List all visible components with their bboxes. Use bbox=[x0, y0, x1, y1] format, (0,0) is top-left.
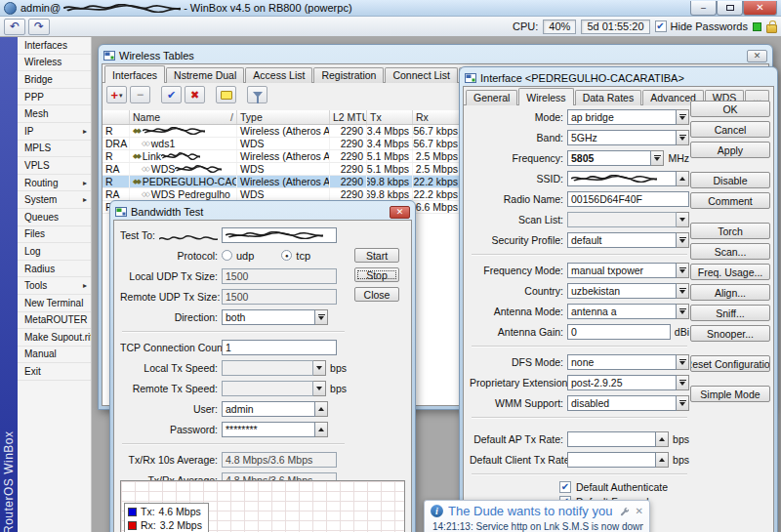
sidebar-item-interfaces[interactable]: Interfaces bbox=[18, 37, 91, 55]
band-select[interactable]: 5GHz bbox=[567, 130, 677, 145]
default-authenticate-checkbox[interactable]: ✔ Default Authenticate bbox=[466, 479, 693, 494]
country-select[interactable]: uzbekistan bbox=[567, 283, 677, 299]
tab-registration[interactable]: Registration bbox=[313, 67, 384, 83]
tab-data-rates[interactable]: Data Rates bbox=[575, 90, 642, 105]
default-authenticate-box[interactable]: ✔ bbox=[559, 481, 571, 493]
tcp-connection-count-input[interactable]: 1 bbox=[222, 340, 337, 355]
protocol-udp-radio[interactable] bbox=[222, 250, 232, 261]
bandwidth-test-close-button[interactable]: ✕ bbox=[390, 206, 410, 219]
default-client-tx-rate-up-arrow[interactable] bbox=[656, 452, 669, 468]
remove-button[interactable]: − bbox=[130, 86, 150, 103]
simple-mode-button[interactable]: Simple Mode bbox=[690, 386, 770, 402]
tab-interfaces[interactable]: Interfaces bbox=[104, 65, 165, 83]
comment-button[interactable]: Comment bbox=[690, 192, 770, 209]
sidebar-item-make-supout[interactable]: Make Supout.rif bbox=[18, 329, 91, 347]
remote-udp-tx-size-input[interactable]: 1500 bbox=[222, 289, 337, 305]
column-rx[interactable]: Rx bbox=[413, 110, 462, 124]
ssid-up-arrow[interactable] bbox=[677, 171, 689, 186]
antenna-mode-combo-arrow[interactable] bbox=[677, 304, 689, 319]
column-flags[interactable] bbox=[103, 110, 130, 124]
password-up-arrow[interactable] bbox=[315, 422, 328, 437]
notification-close-icon[interactable]: ✕ bbox=[636, 506, 643, 516]
torch-button[interactable]: Torch bbox=[690, 223, 770, 239]
cancel-button[interactable]: Cancel bbox=[690, 121, 770, 138]
sidebar-item-ppp[interactable]: PPP bbox=[18, 89, 91, 106]
snooper-button[interactable]: Snooper... bbox=[690, 325, 770, 342]
radio-name-input[interactable]: 00156D64F40F bbox=[567, 191, 689, 207]
add-button[interactable]: +▾ bbox=[106, 86, 127, 103]
band-combo-arrow[interactable] bbox=[677, 130, 689, 145]
remote-tx-speed-drop-arrow[interactable] bbox=[313, 381, 326, 396]
tab-wireless[interactable]: Wireless bbox=[518, 88, 573, 105]
default-ap-tx-rate-up-arrow[interactable] bbox=[656, 431, 669, 447]
scan-list-input[interactable] bbox=[567, 212, 677, 227]
dfs-mode-select[interactable]: none bbox=[567, 354, 677, 370]
sidebar-item-mpls[interactable]: MPLS bbox=[18, 141, 91, 158]
proprietary-extensions-select[interactable]: post-2.9.25 bbox=[567, 375, 677, 390]
reset-configuration-button[interactable]: Reset Configuration bbox=[690, 355, 770, 372]
frequency-input[interactable]: 5805 bbox=[567, 150, 651, 166]
ssid-input[interactable] bbox=[567, 171, 677, 186]
interface-window-titlebar[interactable]: Interface <PEDREGULHO-CACARATIBA> bbox=[463, 70, 774, 86]
undo-button[interactable]: ↶ bbox=[4, 19, 25, 35]
direction-combo-arrow[interactable] bbox=[315, 309, 328, 325]
mode-combo-arrow[interactable] bbox=[677, 109, 689, 125]
sidebar-item-bridge[interactable]: Bridge bbox=[18, 71, 91, 89]
hide-passwords-checkbox-box[interactable]: ✔ bbox=[655, 20, 667, 32]
frequency-combo-arrow[interactable] bbox=[651, 150, 664, 166]
scan-button[interactable]: Scan... bbox=[690, 243, 770, 260]
security-profile-select[interactable]: default bbox=[567, 232, 677, 248]
security-profile-combo-arrow[interactable] bbox=[677, 232, 689, 248]
hide-passwords-checkbox[interactable]: ✔ Hide Passwords bbox=[655, 20, 748, 32]
disable-button[interactable]: ✖ bbox=[185, 86, 205, 103]
sniff-button[interactable]: Sniff... bbox=[690, 305, 770, 321]
sidebar-item-tools[interactable]: Tools▸ bbox=[18, 277, 91, 295]
dfs-mode-combo-arrow[interactable] bbox=[677, 354, 689, 370]
user-input[interactable]: admin bbox=[222, 401, 315, 417]
sidebar-item-queues[interactable]: Queues bbox=[18, 209, 91, 226]
antenna-mode-select[interactable]: antenna a bbox=[567, 304, 677, 319]
sidebar-item-files[interactable]: Files bbox=[18, 226, 91, 244]
sidebar-item-wireless[interactable]: Wireless bbox=[18, 55, 91, 72]
minimize-button[interactable]: – bbox=[690, 1, 717, 16]
local-tx-speed-input[interactable] bbox=[222, 360, 313, 376]
protocol-tcp-radio[interactable]: ● bbox=[281, 250, 292, 261]
remote-tx-speed-input[interactable] bbox=[222, 381, 313, 396]
tab-access-list[interactable]: Access List bbox=[245, 67, 312, 83]
country-combo-arrow[interactable] bbox=[677, 283, 689, 299]
redo-button[interactable]: ↷ bbox=[28, 19, 50, 35]
test-to-input[interactable] bbox=[222, 227, 337, 243]
stop-button[interactable]: Stop bbox=[354, 267, 399, 282]
antenna-gain-input[interactable]: 0 bbox=[567, 324, 671, 340]
maximize-button[interactable] bbox=[717, 1, 743, 16]
local-tx-speed-drop-arrow[interactable] bbox=[313, 360, 326, 376]
bandwidth-test-titlebar[interactable]: Bandwidth Test ✕ bbox=[113, 204, 412, 220]
wrench-icon[interactable] bbox=[620, 507, 630, 516]
sidebar-item-new-terminal[interactable]: New Terminal bbox=[18, 295, 91, 312]
tab-connect-list[interactable]: Connect List bbox=[385, 67, 457, 83]
close-button[interactable]: ✕ bbox=[743, 1, 777, 16]
ok-button[interactable]: OK bbox=[690, 101, 770, 117]
frequency-mode-select[interactable]: manual txpower bbox=[567, 263, 677, 278]
disable-button[interactable]: Disable bbox=[690, 172, 770, 188]
freq-usage-button[interactable]: Freq. Usage... bbox=[690, 264, 770, 280]
column-type[interactable]: Type bbox=[237, 110, 330, 124]
filter-button[interactable] bbox=[247, 86, 267, 103]
close-button[interactable]: Close bbox=[354, 287, 399, 302]
default-ap-tx-rate-input[interactable] bbox=[567, 431, 656, 447]
apply-button[interactable]: Apply bbox=[690, 142, 770, 158]
mode-select[interactable]: ap bridge bbox=[567, 109, 677, 125]
comment-button[interactable] bbox=[216, 86, 236, 103]
sidebar-item-routing[interactable]: Routing▸ bbox=[18, 175, 91, 192]
proprietary-extensions-combo-arrow[interactable] bbox=[677, 375, 689, 390]
column-tx[interactable]: Tx bbox=[367, 110, 413, 124]
column-l2mtu[interactable]: L2 MTU bbox=[330, 110, 367, 124]
wmm-support-combo-arrow[interactable] bbox=[677, 395, 689, 411]
default-client-tx-rate-input[interactable] bbox=[567, 452, 656, 468]
frequency-mode-combo-arrow[interactable] bbox=[677, 263, 689, 278]
sidebar-item-exit[interactable]: Exit bbox=[18, 363, 91, 381]
direction-select[interactable]: both bbox=[222, 309, 315, 325]
sidebar-item-vpls[interactable]: VPLS bbox=[18, 157, 91, 175]
start-button[interactable]: Start bbox=[354, 248, 399, 263]
user-up-arrow[interactable] bbox=[315, 401, 328, 417]
